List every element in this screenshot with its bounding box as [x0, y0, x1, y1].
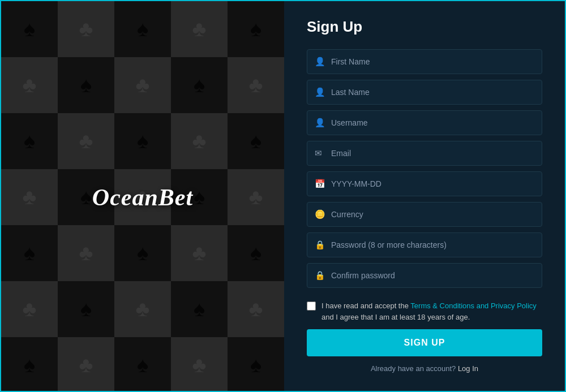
cell: ♣: [171, 1, 228, 57]
cell: ♣: [228, 281, 284, 337]
cell: ♣: [114, 57, 171, 113]
last-name-group: 👤: [307, 80, 542, 105]
cell: ♣: [171, 113, 228, 169]
person-icon: 👤: [315, 87, 325, 97]
cell: ♣: [58, 225, 114, 281]
cell: ♣: [228, 169, 284, 225]
cell: ♠: [171, 57, 228, 113]
confirm-password-group: 🔒: [307, 263, 542, 288]
first-name-group: 👤: [307, 49, 542, 74]
cell: ♣: [171, 337, 228, 392]
lock-icon: 🔒: [315, 240, 325, 250]
calendar-icon: 📅: [315, 179, 325, 189]
currency-group: 🪙: [307, 202, 542, 227]
email-icon: ✉: [315, 148, 322, 158]
currency-input[interactable]: [307, 202, 542, 227]
cell: ♠: [228, 225, 284, 281]
person-icon: 👤: [315, 57, 325, 67]
terms-checkbox[interactable]: [307, 301, 316, 311]
cell: ♠: [114, 113, 171, 169]
brand-logo: OceanBet: [92, 184, 193, 211]
cell: ♠: [1, 113, 58, 169]
cell: ♠: [1, 1, 58, 57]
cell: ♣: [1, 281, 58, 337]
terms-link[interactable]: Terms & Conditions and Privacy Policy: [410, 301, 537, 310]
cell: ♣: [58, 337, 114, 392]
cell: ♣: [58, 113, 114, 169]
cell: ♣: [1, 169, 58, 225]
password-input[interactable]: [307, 232, 542, 257]
last-name-input[interactable]: [307, 80, 542, 105]
cell: ♣: [171, 225, 228, 281]
cell: ♣: [228, 57, 284, 113]
coin-icon: 🪙: [315, 209, 325, 219]
person-icon: 👤: [315, 118, 325, 128]
signup-panel: Sign Up 👤 👤 👤 ✉ 📅 🪙 🔒 🔒: [284, 1, 565, 391]
terms-row: I have read and accept the Terms & Condi…: [307, 300, 542, 322]
cell: ♠: [114, 1, 171, 57]
login-text: Already have an account?: [371, 364, 456, 373]
cell: ♠: [114, 337, 171, 392]
cell: ♠: [1, 225, 58, 281]
cell: ♠: [228, 1, 284, 57]
username-group: 👤: [307, 110, 542, 135]
first-name-input[interactable]: [307, 49, 542, 74]
dob-input[interactable]: [307, 171, 542, 196]
form-title: Sign Up: [307, 18, 542, 36]
terms-text: I have read and accept the Terms & Condi…: [321, 300, 542, 322]
login-link[interactable]: Log In: [458, 364, 478, 373]
email-input[interactable]: [307, 141, 542, 166]
left-panel: ♠ ♣ ♠ ♣ ♠ ♣ ♠ ♣ ♠ ♣ ♠ ♣ ♠ ♣ ♠ ♣ ♠ ♣ ♠ ♣ …: [1, 1, 284, 392]
cell: ♠: [228, 113, 284, 169]
dob-group: 📅: [307, 171, 542, 196]
login-link-row: Already have an account? Log In: [307, 364, 542, 373]
lock-icon: 🔒: [315, 270, 325, 281]
cell: ♣: [114, 281, 171, 337]
cell: ♣: [58, 1, 114, 57]
cell: ♠: [58, 281, 114, 337]
cell: ♣: [1, 57, 58, 113]
cell: ♠: [228, 337, 284, 392]
signup-button[interactable]: SIGN UP: [307, 329, 542, 356]
username-input[interactable]: [307, 110, 542, 135]
cell: ♠: [171, 281, 228, 337]
cell: ♠: [58, 57, 114, 113]
cell: ♠: [1, 337, 58, 392]
cell: ♠: [114, 225, 171, 281]
confirm-password-input[interactable]: [307, 263, 542, 288]
password-group: 🔒: [307, 232, 542, 257]
email-group: ✉: [307, 141, 542, 166]
